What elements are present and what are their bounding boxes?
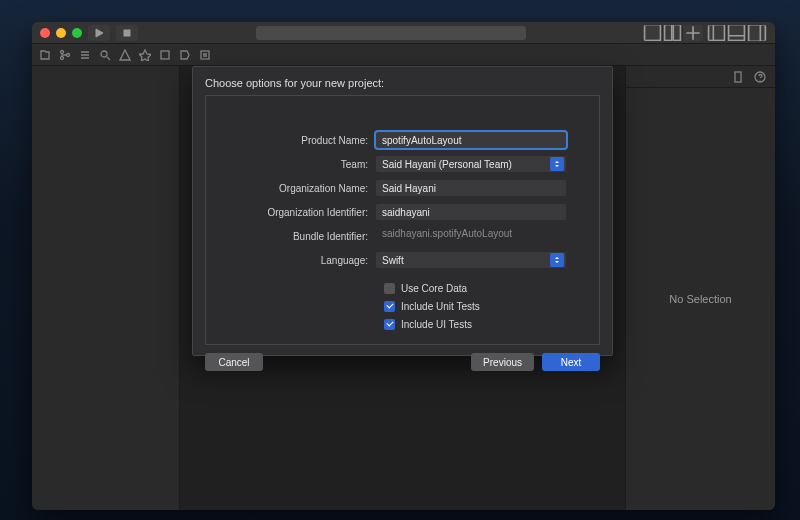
toggle-navigator-icon[interactable] [707,25,727,41]
close-window-button[interactable] [40,28,50,38]
issue-navigator-icon[interactable] [118,48,132,62]
test-navigator-icon[interactable] [138,48,152,62]
run-button[interactable] [88,25,110,41]
standard-editor-icon[interactable] [643,25,663,41]
org-id-input[interactable] [376,204,566,220]
cancel-button[interactable]: Cancel [205,353,263,371]
include-ui-tests-label: Include UI Tests [401,319,472,330]
activity-bar [144,26,637,40]
svg-point-10 [61,50,64,53]
assistant-editor-icon[interactable] [663,25,683,41]
team-select-value: Said Hayani (Personal Team) [382,159,512,170]
include-unit-tests-label: Include Unit Tests [401,301,480,312]
org-id-label: Organization Identifier: [236,207,376,218]
panel-toggle-segmented[interactable] [707,25,767,41]
inspector-empty-text: No Selection [626,88,775,510]
svg-rect-4 [709,25,725,41]
include-ui-tests-checkbox[interactable] [384,319,395,330]
bundle-id-label: Bundle Identifier: [236,231,376,242]
file-inspector-icon[interactable] [731,70,745,84]
language-select-value: Swift [382,255,404,266]
stop-button[interactable] [116,25,138,41]
org-name-label: Organization Name: [236,183,376,194]
inspector-pane: No Selection [625,66,775,510]
debug-navigator-icon[interactable] [158,48,172,62]
activity-view [256,26,526,40]
team-select[interactable]: Said Hayani (Personal Team) [376,156,566,172]
navigator-tab-bar [32,44,775,66]
dropdown-arrows-icon [550,253,564,267]
inspector-tab-bar [626,66,775,88]
language-label: Language: [236,255,376,266]
svg-rect-8 [749,25,766,41]
source-control-navigator-icon[interactable] [58,48,72,62]
new-project-options-sheet: Choose options for your new project: Pro… [192,66,613,356]
find-navigator-icon[interactable] [98,48,112,62]
sheet-footer: Cancel Previous Next [205,345,600,371]
navigator-pane [32,66,180,510]
sheet-form: Product Name: Team: Said Hayani (Persona… [205,95,600,345]
bundle-id-value: saidhayani.spotifyAutoLayout [376,228,566,244]
use-core-data-checkbox[interactable] [384,283,395,294]
sheet-title: Choose options for your new project: [205,77,600,89]
include-unit-tests-checkbox[interactable] [384,301,395,312]
product-name-label: Product Name: [236,135,376,146]
editor-mode-segmented[interactable] [643,25,703,41]
team-label: Team: [236,159,376,170]
svg-rect-14 [161,51,169,59]
project-navigator-icon[interactable] [38,48,52,62]
quick-help-inspector-icon[interactable] [753,70,767,84]
zoom-window-button[interactable] [72,28,82,38]
content-area: Choose options for your new project: Pro… [32,66,775,510]
use-core-data-label: Use Core Data [401,283,467,294]
minimize-window-button[interactable] [56,28,66,38]
svg-rect-0 [124,30,130,36]
dropdown-arrows-icon [550,157,564,171]
svg-rect-15 [201,51,209,59]
svg-rect-16 [735,72,741,82]
symbol-navigator-icon[interactable] [78,48,92,62]
version-editor-icon[interactable] [683,25,703,41]
svg-rect-1 [645,25,661,41]
next-button[interactable]: Next [542,353,600,371]
toggle-inspector-icon[interactable] [747,25,767,41]
svg-rect-6 [729,25,745,41]
svg-point-13 [101,51,107,57]
product-name-input[interactable] [376,132,566,148]
traffic-lights [40,28,82,38]
svg-rect-2 [665,25,672,41]
titlebar [32,22,775,44]
breakpoint-navigator-icon[interactable] [178,48,192,62]
svg-point-11 [61,56,64,59]
svg-rect-3 [673,25,680,41]
org-name-input[interactable] [376,180,566,196]
language-select[interactable]: Swift [376,252,566,268]
previous-button[interactable]: Previous [471,353,534,371]
toggle-debug-icon[interactable] [727,25,747,41]
report-navigator-icon[interactable] [198,48,212,62]
xcode-window: Choose options for your new project: Pro… [32,22,775,510]
editor-area: Choose options for your new project: Pro… [180,66,625,510]
